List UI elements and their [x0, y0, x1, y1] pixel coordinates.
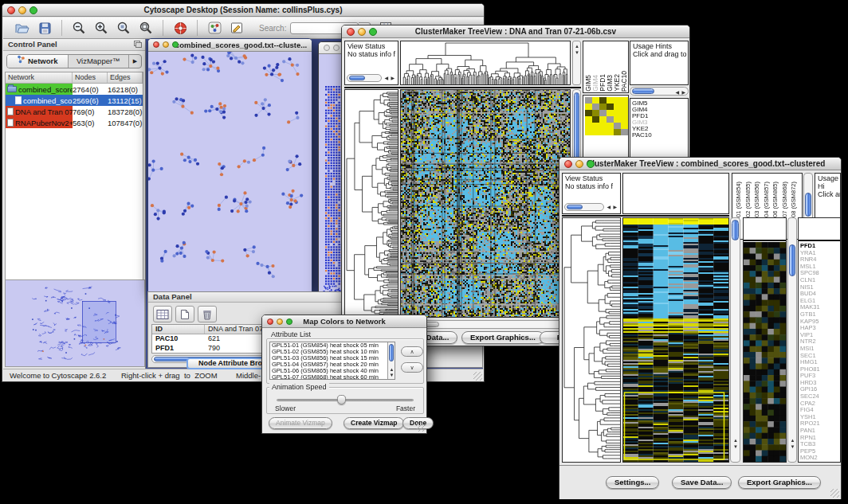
- network-tree-row[interactable]: combined_sco2569(6)13112(15): [6, 95, 143, 106]
- zoom-window-icon[interactable]: [29, 6, 37, 14]
- close-icon[interactable]: [267, 318, 273, 325]
- treeview1-title-bar[interactable]: ClusterMaker TreeView : DNA and Tran 07-…: [342, 25, 689, 38]
- create-vizmap-button[interactable]: Create Vizmap: [344, 417, 404, 429]
- zoom-window-icon[interactable]: [369, 28, 377, 36]
- network-name-cell[interactable]: combined_sco: [6, 95, 73, 106]
- zoom-window-icon[interactable]: [587, 160, 595, 168]
- main-title-bar[interactable]: Cytoscape Desktop (Session Name: collins…: [2, 4, 484, 17]
- column-header-id[interactable]: ID: [152, 325, 205, 334]
- network-name-cell[interactable]: RNAPuberNov2+: [6, 117, 73, 128]
- scrollbar-thumb[interactable]: [805, 193, 811, 217]
- export-graphics-button[interactable]: Export Graphics...: [461, 331, 544, 344]
- attribute-list-item[interactable]: GPL51-07 (GSM868) heat shock 60 min: [270, 374, 395, 380]
- annotation-icon[interactable]: [227, 19, 246, 37]
- dialog-title-bar[interactable]: Map Colors to Network: [262, 315, 426, 328]
- zoom-heatmap-canvas[interactable]: [744, 242, 786, 462]
- zoom-fit-icon[interactable]: [136, 19, 155, 37]
- move-up-button[interactable]: ∧: [401, 346, 423, 357]
- tv1-top-scrollbar[interactable]: ▲ ▼: [572, 41, 581, 85]
- row-dendrogram-canvas[interactable]: [563, 218, 620, 462]
- close-icon[interactable]: [7, 6, 15, 14]
- minimize-icon[interactable]: [358, 28, 366, 36]
- treeview2-title-bar[interactable]: ClusterMaker TreeView : combined_scores_…: [559, 158, 841, 170]
- scroll-down-icon[interactable]: ▼: [575, 50, 579, 55]
- scroll-left-icon[interactable]: ◀: [675, 90, 679, 95]
- select-attributes-icon[interactable]: [153, 306, 172, 322]
- scrollbar-thumb[interactable]: [732, 220, 739, 240]
- network-view-canvas[interactable]: [148, 52, 312, 291]
- zoom-window-icon[interactable]: [172, 41, 179, 48]
- scrollbar-thumb[interactable]: [349, 76, 365, 80]
- row-dendrogram-canvas[interactable]: [345, 90, 398, 317]
- column-header-network[interactable]: Network: [6, 72, 73, 83]
- save-data-button[interactable]: Save Data...: [672, 476, 732, 489]
- scroll-down-icon[interactable]: ▼: [390, 373, 395, 377]
- network-tree-row[interactable]: DNA and Tran 07769(0)183728(0): [6, 106, 143, 117]
- network-tree-row[interactable]: combined_scores2764(0)16218(0): [6, 84, 143, 95]
- scroll-down-icon[interactable]: ▼: [733, 444, 738, 449]
- minimize-icon[interactable]: [18, 6, 26, 14]
- column-header-nodes[interactable]: Nodes: [73, 72, 108, 83]
- close-icon[interactable]: [324, 45, 330, 51]
- speed-slider-thumb[interactable]: [337, 395, 346, 404]
- scroll-down-icon[interactable]: ▼: [791, 444, 795, 449]
- animate-vizmap-button[interactable]: Animate Vizmap: [269, 417, 332, 429]
- tab-network[interactable]: Network: [7, 55, 69, 68]
- new-attribute-icon[interactable]: [175, 306, 194, 322]
- column-header-edges[interactable]: Edges: [108, 72, 143, 83]
- resize-grip[interactable]: [416, 423, 425, 432]
- scroll-left-icon[interactable]: ◀: [384, 76, 388, 80]
- network-view-title-bar[interactable]: combined_scores_good.txt--cluste...: [148, 39, 312, 52]
- scroll-up-icon[interactable]: ▲: [791, 438, 795, 443]
- tv2-global-heatmap-panel[interactable]: [622, 217, 729, 463]
- tv2-column-dendrogram-panel[interactable]: [622, 173, 729, 214]
- resize-grip[interactable]: [830, 489, 839, 498]
- network-table-header[interactable]: Network Nodes Edges: [6, 72, 143, 84]
- zoom-heatmap-canvas[interactable]: [585, 97, 628, 135]
- scroll-left-icon[interactable]: ◀: [607, 205, 610, 209]
- resize-grip[interactable]: [473, 372, 482, 381]
- help-lifesaver-icon[interactable]: [171, 19, 190, 37]
- settings-button[interactable]: Settings...: [606, 476, 659, 489]
- zoom-window-icon[interactable]: [286, 318, 292, 325]
- view-status-hscrollbar[interactable]: [564, 203, 604, 211]
- tv1-usage-hints-hscrollbar[interactable]: ◀ ▶: [630, 87, 689, 96]
- tv1-global-heatmap-panel[interactable]: [400, 89, 571, 318]
- minimize-icon[interactable]: [163, 41, 169, 48]
- tv1-row-dendrogram-panel[interactable]: [344, 89, 398, 318]
- open-folder-icon[interactable]: [13, 19, 32, 37]
- move-down-button[interactable]: ∨: [401, 362, 423, 373]
- tv2-heatmap-vscrollbar[interactable]: ▲ ▼: [730, 217, 740, 463]
- scroll-up-icon[interactable]: ▲: [733, 438, 738, 443]
- scroll-right-icon[interactable]: ▶: [391, 76, 395, 80]
- close-icon[interactable]: [153, 41, 159, 48]
- tab-overflow-button[interactable]: ▶: [129, 55, 141, 68]
- scroll-up-icon[interactable]: ▲: [575, 44, 579, 49]
- global-heatmap-canvas[interactable]: [401, 90, 570, 317]
- network-overview-thumbnail[interactable]: [5, 279, 145, 367]
- network-name-cell[interactable]: DNA and Tran 07: [6, 106, 73, 117]
- network-tree-row[interactable]: RNAPuberNov2+563(0)107847(0): [6, 117, 143, 128]
- save-icon[interactable]: [35, 19, 54, 37]
- view-status-hscrollbar[interactable]: [347, 74, 382, 82]
- tv2-zoom-heatmap-panel[interactable]: [743, 217, 787, 463]
- float-panel-icon[interactable]: [134, 41, 142, 49]
- scrollbar-thumb[interactable]: [632, 88, 654, 94]
- minimize-icon[interactable]: [333, 45, 340, 51]
- zoom-in-icon[interactable]: [92, 19, 111, 37]
- zoom-out-icon[interactable]: [69, 19, 88, 37]
- scrollbar-thumb[interactable]: [567, 205, 583, 209]
- scrollbar-thumb[interactable]: [574, 92, 579, 162]
- plugin-manager-icon[interactable]: [205, 19, 224, 37]
- tab-vizmapper[interactable]: VizMapper™: [69, 55, 130, 68]
- export-graphics-button[interactable]: Export Graphics...: [738, 476, 821, 489]
- scrollbar-thumb[interactable]: [789, 244, 795, 276]
- global-heatmap-canvas[interactable]: [623, 218, 728, 462]
- close-icon[interactable]: [347, 28, 355, 36]
- network-name-cell[interactable]: combined_scores: [6, 84, 73, 95]
- scroll-up-icon[interactable]: ▲: [390, 367, 395, 372]
- tv1-column-labels-panel[interactable]: GIM5GIM4PFD1GIM3YKE2PAC10: [583, 41, 629, 93]
- column-dendrogram-canvas[interactable]: [401, 41, 570, 84]
- tv1-column-dendrogram-panel[interactable]: [400, 41, 571, 85]
- scrollbar-thumb[interactable]: [389, 344, 394, 361]
